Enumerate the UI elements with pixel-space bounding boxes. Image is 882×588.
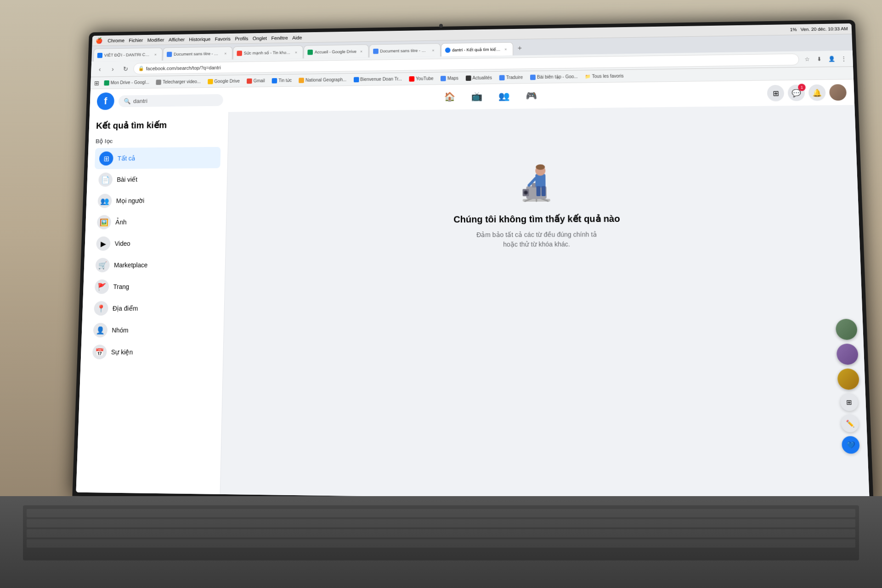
filter-people[interactable]: 👥 Mọi người — [93, 190, 220, 212]
tab-6-title: dantri - Kết quả tìm kiếm | F... — [452, 47, 501, 52]
fb-gaming-icon[interactable]: 🎮 — [518, 85, 545, 107]
filter-photos-icon: 🖼️ — [97, 215, 111, 229]
tab-3-title: Sức mạnh số - Tin khoa học... — [244, 50, 291, 56]
no-results-title: Chúng tôi không tìm thấy kết quả nào — [453, 213, 620, 225]
filter-all[interactable]: ⊞ Tất cả — [95, 147, 221, 169]
bookmark-touslesfavoris[interactable]: 📁 Tous les favoris — [583, 73, 626, 80]
menubar-afficher[interactable]: Afficher — [169, 37, 185, 42]
menubar-modifier[interactable]: Modifier — [147, 37, 164, 43]
bookmark-googledrive[interactable]: Google Drive — [205, 78, 242, 85]
facebook-search-box[interactable]: 🔍 dantri — [119, 94, 223, 107]
bookmark-youtube[interactable]: YouTube — [407, 75, 436, 82]
float-settings-button[interactable]: 💙 — [842, 436, 860, 454]
filter-pages-icon: 🚩 — [95, 279, 109, 294]
bookmark-maps[interactable]: Maps — [438, 74, 461, 82]
bookmark-star-button[interactable]: ☆ — [802, 54, 812, 64]
keyboard-area — [0, 496, 882, 588]
svg-rect-13 — [536, 186, 540, 196]
float-edit-button[interactable]: ✏️ — [841, 415, 859, 432]
fb-home-icon[interactable]: 🏠 — [436, 86, 463, 108]
profile-button[interactable]: 👤 — [826, 54, 837, 64]
main-content: f 🔍 dantri 🏠 📺 👥 🎮 — [76, 79, 869, 503]
facebook-logo[interactable]: f — [96, 92, 114, 110]
filter-marketplace[interactable]: 🛒 Marketplace — [91, 254, 218, 276]
fb-friends-icon[interactable]: 👥 — [491, 85, 518, 107]
reload-button[interactable]: ↻ — [120, 63, 131, 74]
menubar-onglet[interactable]: Onglet — [253, 35, 267, 41]
menubar-fenetre[interactable]: Fenêtre — [271, 35, 288, 40]
fb-profile-avatar[interactable] — [829, 84, 847, 101]
bookmark-actualites[interactable]: Actualités — [464, 74, 494, 81]
fb-video-icon[interactable]: 📺 — [463, 86, 490, 107]
bookmark-telecharger[interactable]: Telecharger video... — [154, 78, 203, 86]
tab-5-close[interactable]: × — [430, 47, 436, 53]
bookmark-bienvenue[interactable]: Bienvenue Doan Tr... — [351, 75, 404, 83]
bookmark-traduire[interactable]: Traduire — [497, 74, 525, 81]
bookmark-baibiental[interactable]: Bài biên tập - Goo... — [528, 73, 580, 81]
tab-4-favicon — [307, 50, 313, 55]
filter-pages[interactable]: 🚩 Trang — [90, 276, 218, 297]
tab-4-title: Accueil - Google Drive — [315, 49, 356, 55]
facebook-wrapper: f 🔍 dantri 🏠 📺 👥 🎮 — [76, 79, 869, 503]
filter-videos[interactable]: ▶ Video — [91, 232, 219, 254]
download-button[interactable]: ⬇ — [814, 54, 825, 64]
menubar-right: 1% Ven. 20 déc. 10:33 AM — [790, 26, 848, 32]
filter-photos[interactable]: 🖼️ Ảnh — [92, 211, 219, 233]
filter-places[interactable]: 📍 Địa điểm — [89, 298, 217, 320]
tab-3[interactable]: Sức mạnh số - Tin khoa học... × — [233, 45, 303, 60]
menubar-favoris[interactable]: Favoris — [215, 36, 231, 41]
filter-people-icon: 👥 — [97, 194, 112, 208]
apple-menu[interactable]: 🍎 — [96, 37, 102, 44]
tab-1-title: VIÊT ĐỜI - DANTRI CMS — [104, 52, 151, 57]
bookmark-natgeo[interactable]: National Geograph... — [297, 76, 349, 84]
tab-5-favicon — [373, 48, 379, 54]
filter-all-icon: ⊞ — [99, 152, 113, 166]
fb-grid-menu-button[interactable]: ⊞ — [767, 85, 784, 102]
filter-posts-icon: 📄 — [98, 173, 113, 187]
menubar-fichier[interactable]: Fichier — [129, 37, 143, 43]
tab-6-active[interactable]: dantri - Kết quả tìm kiếm | F... × — [441, 42, 513, 57]
tab-4[interactable]: Accueil - Google Drive × — [304, 45, 369, 59]
menubar-profils[interactable]: Profils — [235, 36, 248, 41]
tab-2-close[interactable]: × — [222, 50, 229, 56]
extensions-button[interactable]: ⋮ — [838, 53, 849, 63]
menubar-chrome[interactable]: Chrome — [107, 38, 124, 43]
filter-photos-label: Ảnh — [115, 219, 127, 226]
bookmark-gmail[interactable]: Gmail — [244, 77, 267, 85]
keyboard — [23, 505, 859, 560]
forward-button[interactable]: › — [107, 63, 118, 74]
svg-rect-14 — [541, 186, 545, 196]
float-avatar-2[interactable] — [837, 344, 859, 365]
tab-3-close[interactable]: × — [293, 49, 300, 55]
fb-notifications-button[interactable]: 🔔 — [808, 85, 826, 101]
tab-6-close[interactable]: × — [503, 46, 509, 52]
keyboard-row-1 — [27, 509, 855, 517]
tab-4-close[interactable]: × — [358, 48, 365, 55]
tab-1-close[interactable]: × — [153, 51, 159, 57]
apps-icon[interactable]: ⊞ — [94, 79, 100, 86]
menubar-aide[interactable]: Aide — [292, 35, 302, 40]
filter-groups-label: Nhóm — [112, 327, 128, 334]
tab-2[interactable]: Document sans titre - Goog... × — [163, 46, 232, 61]
float-avatar-3[interactable] — [837, 368, 859, 390]
float-avatar-1[interactable] — [836, 319, 858, 340]
back-button[interactable]: ‹ — [95, 64, 105, 74]
tab-1[interactable]: VIÊT ĐỜI - DANTRI CMS × — [93, 48, 163, 62]
bookmark-maps-favicon — [441, 76, 446, 81]
new-tab-button[interactable]: + — [514, 42, 526, 54]
filter-videos-icon: ▶ — [96, 237, 111, 251]
fb-messenger-button[interactable]: 💬 1 — [787, 85, 805, 101]
tab-5[interactable]: Document sans titre - Googl... × — [369, 43, 441, 57]
bookmark-bienvenue-favicon — [354, 77, 359, 82]
filter-events[interactable]: 📅 Sự kiện — [88, 341, 216, 363]
bookmark-tintuc[interactable]: Tin tức — [270, 77, 294, 84]
filter-groups[interactable]: 👤 Nhóm — [89, 319, 217, 341]
bookmark-telecharger-favicon — [156, 79, 162, 85]
float-grid-button[interactable]: ⊞ — [840, 394, 859, 411]
menubar-historique[interactable]: Historique — [189, 36, 210, 42]
bookmark-mondrive[interactable]: Mon Drive - Googl... — [102, 79, 152, 86]
laptop-screen: 🍎 Chrome Fichier Modifier Afficher Histo… — [76, 23, 869, 503]
filter-posts[interactable]: 📄 Bài viết — [94, 168, 220, 190]
laptop-screen-wrapper: 🍎 Chrome Fichier Modifier Afficher Histo… — [72, 20, 873, 507]
tab-1-favicon — [97, 52, 103, 57]
